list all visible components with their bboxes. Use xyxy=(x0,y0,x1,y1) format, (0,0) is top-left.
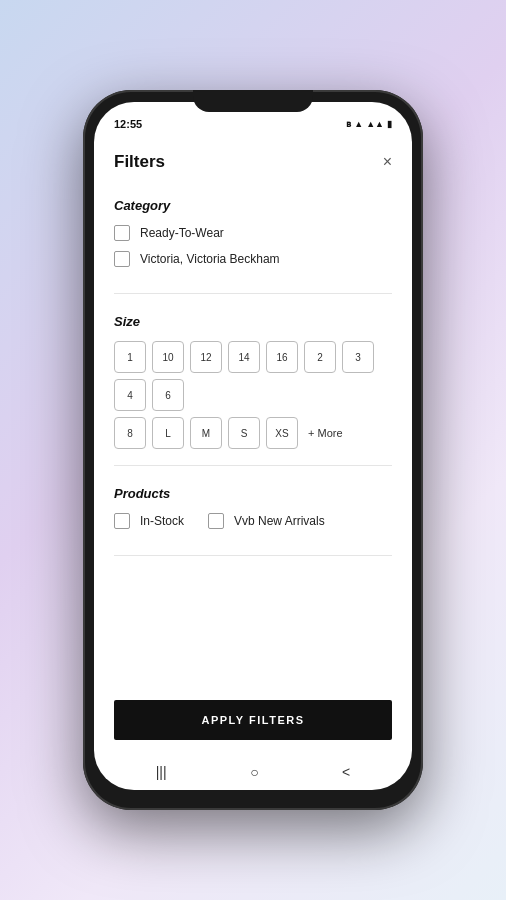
size-chip-16[interactable]: 16 xyxy=(266,341,298,373)
divider-3 xyxy=(114,555,392,556)
category-label-2: Victoria, Victoria Beckham xyxy=(140,252,280,266)
modal-header: Filters × xyxy=(94,138,412,184)
size-chip-S[interactable]: S xyxy=(228,417,260,449)
checkbox-victoria[interactable] xyxy=(114,251,130,267)
size-chip-1[interactable]: 1 xyxy=(114,341,146,373)
notch xyxy=(193,90,313,112)
size-chip-12[interactable]: 12 xyxy=(190,341,222,373)
more-sizes-button[interactable]: + More xyxy=(304,417,347,449)
home-icon[interactable]: ○ xyxy=(250,764,258,780)
category-option-1[interactable]: Ready-To-Wear xyxy=(114,225,392,241)
multitask-icon: ||| xyxy=(156,764,167,780)
phone-frame: 12:55 ʙ ▲ ▲▲ ▮ Filters × Category Ready-… xyxy=(83,90,423,810)
size-grid: 1 10 12 14 16 2 3 4 6 xyxy=(114,341,392,411)
size-grid-row2: 8 L M S XS + More xyxy=(114,417,392,449)
size-section: Size 1 10 12 14 16 2 3 4 6 8 L M S xyxy=(94,300,412,459)
spacer xyxy=(94,562,412,688)
modal-content: Filters × Category Ready-To-Wear Victori… xyxy=(94,138,412,790)
close-button[interactable]: × xyxy=(383,154,392,170)
size-chip-XS[interactable]: XS xyxy=(266,417,298,449)
products-options-row: In-Stock Vvb New Arrivals xyxy=(114,513,392,539)
divider-2 xyxy=(114,465,392,466)
signal-icon: ▲▲ xyxy=(366,119,384,129)
category-label-1: Ready-To-Wear xyxy=(140,226,224,240)
checkbox-ready-to-wear[interactable] xyxy=(114,225,130,241)
size-chip-8[interactable]: 8 xyxy=(114,417,146,449)
size-chip-M[interactable]: M xyxy=(190,417,222,449)
product-label-1: In-Stock xyxy=(140,514,184,528)
status-time: 12:55 xyxy=(114,118,142,130)
apply-filters-button[interactable]: APPLY FILTERS xyxy=(114,700,392,740)
bluetooth-icon: ʙ xyxy=(346,119,351,129)
category-option-2[interactable]: Victoria, Victoria Beckham xyxy=(114,251,392,267)
size-title: Size xyxy=(114,314,392,329)
home-indicator-area: ||| ○ < xyxy=(94,756,412,790)
product-option-2[interactable]: Vvb New Arrivals xyxy=(208,513,325,529)
back-icon[interactable]: < xyxy=(342,764,350,780)
category-title: Category xyxy=(114,198,392,213)
checkbox-vvb-new-arrivals[interactable] xyxy=(208,513,224,529)
size-chip-2[interactable]: 2 xyxy=(304,341,336,373)
size-chip-L[interactable]: L xyxy=(152,417,184,449)
size-chip-14[interactable]: 14 xyxy=(228,341,260,373)
size-chip-4[interactable]: 4 xyxy=(114,379,146,411)
modal-title: Filters xyxy=(114,152,165,172)
size-chip-3[interactable]: 3 xyxy=(342,341,374,373)
status-icons: ʙ ▲ ▲▲ ▮ xyxy=(346,119,392,129)
product-label-2: Vvb New Arrivals xyxy=(234,514,325,528)
product-option-1[interactable]: In-Stock xyxy=(114,513,184,529)
phone-screen: 12:55 ʙ ▲ ▲▲ ▮ Filters × Category Ready-… xyxy=(94,102,412,790)
apply-button-area: APPLY FILTERS xyxy=(94,688,412,756)
battery-icon: ▮ xyxy=(387,119,392,129)
products-title: Products xyxy=(114,486,392,501)
size-chip-6[interactable]: 6 xyxy=(152,379,184,411)
checkbox-in-stock[interactable] xyxy=(114,513,130,529)
category-section: Category Ready-To-Wear Victoria, Victori… xyxy=(94,184,412,287)
wifi-icon: ▲ xyxy=(354,119,363,129)
more-sizes-label: + More xyxy=(308,427,343,439)
size-chip-10[interactable]: 10 xyxy=(152,341,184,373)
products-section: Products In-Stock Vvb New Arrivals xyxy=(94,472,412,549)
divider-1 xyxy=(114,293,392,294)
